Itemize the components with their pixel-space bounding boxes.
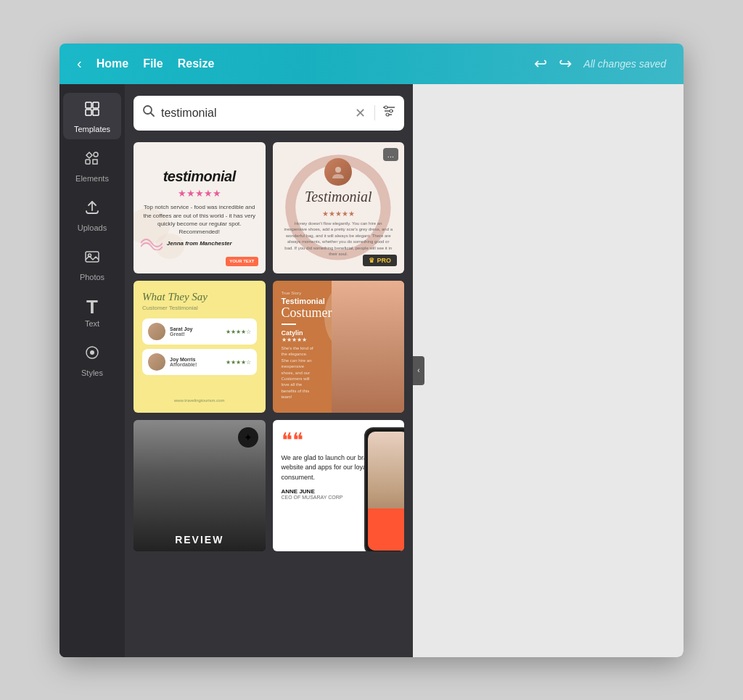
back-button[interactable]: ‹ — [77, 55, 82, 72]
uploads-icon — [83, 199, 101, 221]
template-card-5[interactable]: ✦ REVIEW — [134, 420, 266, 552]
svg-rect-3 — [93, 110, 99, 115]
svg-point-15 — [390, 110, 393, 112]
card4-title2: Costumer — [282, 305, 345, 321]
search-filter-button[interactable] — [374, 105, 395, 120]
card4-name: Catylin — [282, 329, 345, 337]
template-card-6[interactable]: ❝❝ We are glad to launch our brand new w… — [273, 420, 405, 552]
sidebar-item-photos[interactable]: Photos — [63, 241, 121, 287]
sidebar-uploads-label: Uploads — [78, 223, 107, 232]
svg-rect-1 — [93, 102, 99, 108]
card4-small-label: True Story — [282, 291, 345, 295]
card2-body: Honey doesn't flow elegantly. You can hi… — [283, 221, 395, 257]
card1-body: Top notch service - food was incredible … — [142, 203, 257, 236]
undo-button[interactable]: ↩ — [534, 54, 547, 73]
svg-rect-6 — [86, 252, 99, 262]
top-bar-left: ‹ Home File Resize — [77, 55, 214, 72]
templates-grid: testimonial ★★★★★ Top notch service - fo… — [134, 142, 404, 564]
search-input[interactable] — [161, 107, 349, 120]
card4-divider — [282, 324, 296, 325]
sidebar-item-templates[interactable]: Templates — [63, 93, 121, 139]
resize-nav[interactable]: Resize — [178, 57, 215, 70]
elements-icon — [83, 149, 101, 171]
file-nav[interactable]: File — [143, 57, 163, 70]
search-bar: ✕ — [134, 96, 404, 131]
template-card-3[interactable]: What They Say Customer Testimonial Sarat… — [134, 281, 266, 413]
card4-quote: She's the kind of the elegance. She can … — [282, 345, 316, 400]
svg-point-4 — [94, 152, 98, 157]
sidebar: Templates Elements — [59, 84, 125, 657]
template-card-4[interactable]: True Story Testimonial Costumer Catylin … — [273, 281, 405, 413]
card1-author: Jenna from Manchester — [142, 240, 257, 247]
top-bar-actions: ↩ ↪ All changes saved — [534, 54, 666, 73]
card1-title: testimonial — [142, 168, 257, 185]
svg-point-17 — [335, 167, 341, 173]
card2-stars: ★★★★★ — [322, 210, 355, 218]
main-content: Templates Elements — [59, 84, 684, 657]
search-icon — [142, 104, 155, 121]
card1-stars: ★★★★★ — [142, 188, 257, 199]
sidebar-item-text[interactable]: T Text — [63, 290, 121, 334]
sidebar-text-label: Text — [85, 319, 99, 328]
svg-rect-2 — [86, 110, 91, 115]
templates-panel: ✕ — [125, 84, 413, 657]
templates-scroll-area[interactable]: testimonial ★★★★★ Top notch service - fo… — [134, 142, 404, 657]
sidebar-item-elements[interactable]: Elements — [63, 142, 121, 189]
photos-icon — [83, 248, 101, 270]
template-card-2[interactable]: Testimonial ★★★★★ Honey doesn't flow ele… — [273, 142, 405, 274]
panel-collapse-button[interactable]: ‹ — [413, 356, 424, 385]
sidebar-photos-label: Photos — [80, 273, 104, 281]
sidebar-templates-label: Templates — [74, 125, 110, 133]
search-clear-button[interactable]: ✕ — [355, 105, 366, 121]
card4-stars: ★★★★★ — [282, 337, 345, 343]
sidebar-item-uploads[interactable]: Uploads — [63, 192, 121, 238]
redo-button[interactable]: ↪ — [559, 54, 572, 73]
sidebar-styles-label: Styles — [81, 368, 103, 377]
svg-point-16 — [386, 113, 389, 116]
text-icon: T — [86, 297, 98, 316]
sidebar-item-styles[interactable]: Styles — [63, 337, 121, 383]
sidebar-elements-label: Elements — [75, 174, 109, 183]
svg-point-10 — [144, 106, 152, 114]
top-bar: ‹ Home File Resize ↩ ↪ All changes saved — [59, 44, 684, 84]
card4-title1: Testimonial — [282, 297, 345, 305]
svg-rect-0 — [86, 102, 91, 108]
card2-pro-badge: ♛ PRO — [363, 255, 397, 266]
svg-rect-5 — [86, 160, 90, 164]
svg-point-9 — [90, 350, 94, 355]
canvas-area[interactable] — [413, 84, 684, 657]
card2-more-button[interactable]: ... — [383, 148, 398, 161]
template-card-1[interactable]: testimonial ★★★★★ Top notch service - fo… — [134, 142, 266, 274]
card2-title: Testimonial — [305, 189, 372, 205]
svg-point-14 — [385, 106, 387, 109]
save-status: All changes saved — [583, 58, 666, 70]
home-nav[interactable]: Home — [97, 57, 128, 70]
styles-icon — [83, 344, 101, 366]
templates-icon — [83, 100, 101, 122]
